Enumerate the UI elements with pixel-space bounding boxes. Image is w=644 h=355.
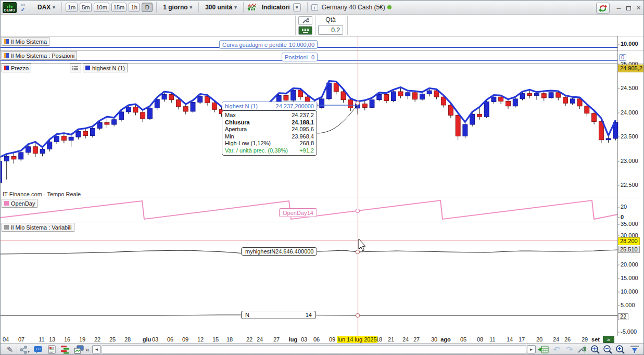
tooltip-row-label: Min — [225, 133, 234, 141]
date-tick: 20 — [532, 336, 547, 343]
positions-label[interactable]: Posizioni 0 — [282, 53, 318, 61]
positions-value: 0 — [311, 54, 314, 60]
date-tick: 09 — [178, 336, 193, 343]
panel-label-text: Il Mio Sistema : Posizioni — [11, 53, 74, 59]
zoom-in-icon[interactable] — [614, 344, 626, 355]
tooltip-row-value: 24.188,1 — [292, 119, 314, 126]
indicator-label-text: highest N (1) — [92, 65, 125, 71]
price-icon — [4, 66, 9, 70]
axis-label-price: 22.500 — [621, 182, 638, 188]
windows-icon[interactable] — [72, 344, 85, 355]
date-tick: lug — [285, 336, 301, 343]
collapse-icon[interactable]: « — [84, 344, 91, 355]
tooltip-title-value: 24.237,200000 — [276, 103, 314, 109]
tooltip-row-label: Chiusura — [225, 119, 250, 126]
scrollbar-left-arrow[interactable]: ◄ — [92, 345, 101, 353]
n-name: N — [245, 312, 249, 318]
date-tick: 15 — [208, 336, 223, 343]
axis-label-price: 23.000 — [621, 158, 638, 164]
date-tick: 29 — [577, 336, 592, 343]
undo-icon[interactable]: ↶ — [550, 344, 563, 355]
panel-label-text: Il Mio Sistema — [11, 39, 47, 45]
axis-label-sistema: 10.000 — [621, 41, 638, 47]
axis-label-price: 24.000 — [621, 109, 638, 116]
openday-value: 14 — [307, 210, 313, 216]
tooltip-title: highest N (1) 24.237,200000 — [222, 102, 317, 110]
openday-value-label[interactable]: OpenDay 14 — [279, 208, 317, 217]
panel-label-text: Prezzo — [11, 65, 29, 71]
date-tick: 16 — [59, 336, 75, 343]
date-tick: 18 — [222, 336, 237, 343]
scroll-forward-button[interactable]: » — [603, 336, 614, 343]
date-tick: 24 — [398, 336, 413, 343]
list-icon — [72, 66, 79, 71]
date-tick: giu — [139, 336, 155, 343]
date-tick: 08 — [472, 336, 488, 343]
date-tick: 24 — [548, 336, 564, 343]
crosshair-axis-marker: 28.200 — [618, 237, 640, 245]
n-value-label[interactable]: N 14 — [241, 311, 316, 319]
axis-label-price: 24.500 — [621, 85, 638, 91]
trading-platform-window: DEMO ∞ ✓ DAX ▾ 1m 5m 10m 15m 1h D 1 gior… — [0, 0, 644, 355]
tooltip-row-value: 23.968,4 — [292, 133, 314, 141]
n-value: 14 — [306, 312, 312, 318]
openday-name: OpenDay — [283, 210, 307, 216]
myhighestn-value-label[interactable]: myhighestN 24.646,400000 — [241, 247, 317, 256]
scroll-to-end-icon[interactable] — [628, 344, 641, 355]
scrollbar-right-arrow[interactable]: ► — [527, 345, 536, 353]
indicator-icon — [85, 66, 90, 70]
openday-icon — [4, 201, 9, 206]
tooltip-row-label: High-Low (1,12%) — [225, 140, 271, 147]
myhighestn-name: myhighestN — [245, 248, 275, 255]
share-nodes-icon[interactable]: ▾ — [18, 344, 31, 355]
date-tick: 04 — [0, 336, 14, 343]
date-tick: 22 — [242, 336, 257, 343]
panel-label-posizioni[interactable]: Il Mio Sistema : Posizioni — [2, 51, 77, 60]
date-tick: 27 — [269, 336, 284, 343]
redo-icon[interactable]: ↷ — [563, 344, 576, 355]
date-tick: 14 — [502, 336, 517, 343]
bottom-toolbar: ✎ ▾ « ◄ ► ↶ ↷ — [1, 343, 644, 355]
panel-label-sistema[interactable]: Il Mio Sistema — [2, 37, 49, 46]
strategy-settings-icon[interactable] — [576, 344, 589, 355]
axis-label-variables: 10.000 — [621, 288, 638, 295]
axis-label-price: 23.500 — [621, 133, 638, 140]
tooltip-row-value: 24.095,6 — [292, 126, 314, 133]
zoom-out-icon[interactable] — [601, 344, 614, 355]
price-axis-marker: 24.905,2 — [618, 65, 644, 72]
axis-label-variables: 20.000 — [621, 261, 638, 268]
panel-label-variabili[interactable]: Il Mio Sistema : Variabili — [2, 223, 74, 232]
panel-label-prezzo[interactable]: Prezzo — [2, 64, 31, 72]
panel-label-openday[interactable]: OpenDay — [2, 199, 37, 208]
crosshair-date-highlight: lun 14 lug 2025 — [337, 336, 377, 343]
date-tick: 30 — [426, 336, 442, 343]
date-tick: 05 — [456, 336, 471, 343]
axis-label-variables: 5.000 — [621, 302, 635, 308]
system-icon — [4, 39, 9, 44]
price-list-button[interactable] — [70, 64, 81, 72]
draw-tool-icon[interactable]: ✎ — [4, 344, 16, 355]
tooltip-row-value: 268,8 — [299, 140, 314, 147]
orders-icon[interactable] — [59, 344, 71, 355]
date-tick: 11 — [34, 336, 49, 343]
date-tick: 25 — [105, 336, 120, 343]
news-icon[interactable] — [45, 344, 58, 355]
zoom-fit-icon[interactable] — [589, 344, 601, 355]
n-axis-marker: 22 — [618, 313, 628, 320]
chart-svg[interactable] — [1, 1, 644, 355]
chat-icon[interactable] — [32, 344, 44, 355]
myhighestn-axis-marker: 25.510 — [618, 246, 640, 253]
axis-label-openday: 0 — [621, 214, 624, 220]
myhighestn-value: 24.646,400000 — [275, 248, 313, 255]
tooltip-row-value: +91,2 — [299, 147, 314, 155]
axis-label-variables: 35.000 — [621, 221, 638, 227]
feed-watermark: IT-Finance.com - Tempo Reale — [3, 191, 81, 197]
date-tick: 07 — [14, 336, 29, 343]
positions-name: Posizioni — [285, 54, 308, 60]
tooltip-row-label: Max — [225, 112, 236, 119]
chart-scrollbar[interactable] — [102, 345, 526, 353]
chart-canvas[interactable]: 10.00025.00024.50024.00023.50023.00022.5… — [1, 1, 644, 355]
indicator-label-highestn[interactable]: highest N (1) — [83, 64, 128, 72]
equity-curve-label[interactable]: Curva guadagni e perdite 10.000,00 — [219, 40, 318, 49]
calendar-back-icon[interactable] — [537, 344, 549, 355]
